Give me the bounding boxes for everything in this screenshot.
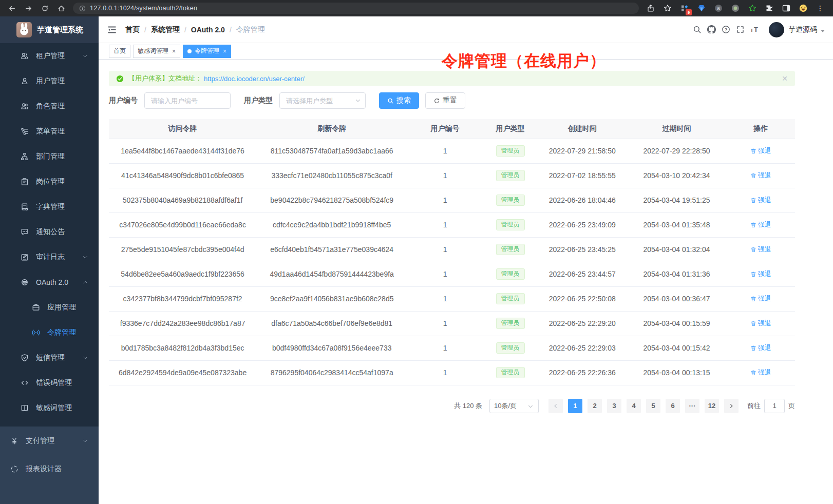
breadcrumb-item[interactable]: 系统管理 (151, 25, 180, 34)
page-size-select[interactable]: 10条/页 (489, 399, 539, 413)
sidebar-item[interactable]: 角色管理 (0, 93, 99, 119)
side-panel-icon[interactable] (782, 4, 791, 13)
sidebar-item[interactable]: 应用管理 (0, 295, 99, 320)
sidebar-item[interactable]: 敏感词管理 (0, 395, 99, 420)
user-type-badge: 管理员 (496, 293, 525, 304)
breadcrumb-item[interactable]: OAuth 2.0 (191, 26, 225, 34)
bookmark-star-icon[interactable] (663, 4, 672, 13)
table-row: f9336e7c7dd242a283ee98dc86b17a87dfa6c71a… (109, 311, 795, 336)
chevron-down-icon (82, 254, 88, 260)
search-button[interactable]: 搜索 (379, 92, 419, 109)
alert-close-icon[interactable]: ✕ (782, 74, 788, 83)
cell-time: 2022-07-29 21:58:50 (538, 139, 627, 163)
share-icon[interactable] (646, 4, 655, 13)
sidebar-item-label: 报表设计器 (26, 464, 62, 474)
sidebar-item[interactable]: 短信管理 (0, 345, 99, 370)
app-logo[interactable]: 芋道管理系统 (0, 16, 99, 43)
tab-item[interactable]: 首页 (109, 45, 130, 58)
cell: 1 (407, 311, 483, 336)
user-id-label: 用户编号 (109, 96, 138, 105)
hamburger-icon[interactable] (107, 25, 117, 35)
breadcrumb-separator: / (144, 26, 146, 34)
force-logout-button[interactable]: 强退 (750, 171, 771, 180)
star-extension-icon[interactable] (748, 4, 757, 13)
browser-home-icon[interactable] (54, 2, 68, 15)
force-logout-button[interactable]: 强退 (750, 196, 771, 205)
gem-extension-icon[interactable] (697, 4, 706, 13)
page-button[interactable]: 5 (646, 399, 660, 413)
sidebar-item[interactable]: 部门管理 (0, 144, 99, 169)
chevron-down-icon (82, 355, 88, 361)
report-icon (10, 465, 18, 473)
sidebar-item[interactable]: 菜单管理 (0, 119, 99, 144)
column-header: 操作 (726, 119, 795, 139)
reset-button[interactable]: 重置 (425, 92, 465, 109)
tab-close-icon[interactable]: × (223, 48, 226, 54)
tab-close-icon[interactable]: × (172, 48, 176, 54)
page-button[interactable]: 6 (666, 399, 680, 413)
sidebar-item[interactable]: OAuth 2.0 (0, 269, 99, 295)
page-button[interactable]: 3 (607, 399, 621, 413)
page-button[interactable]: 4 (627, 399, 641, 413)
sidebar-item[interactable]: 审计日志 (0, 244, 99, 269)
force-logout-button[interactable]: 强退 (750, 269, 771, 279)
breadcrumb-item[interactable]: 首页 (125, 25, 140, 34)
page-button[interactable]: 12 (705, 399, 719, 413)
goto-page-input[interactable] (764, 399, 785, 413)
browser-reload-icon[interactable] (38, 2, 51, 15)
github-icon[interactable] (704, 23, 718, 37)
browser-menu-icon[interactable]: ⋮ (816, 4, 825, 13)
force-logout-button[interactable]: 强退 (750, 245, 771, 254)
next-page-button[interactable] (724, 399, 739, 413)
force-logout-button[interactable]: 强退 (750, 319, 771, 328)
sidebar-root-menu: 支付管理报表设计器 (0, 427, 99, 483)
extension-grid-icon[interactable]: 9 (680, 4, 689, 13)
cell-actions: 强退 (726, 336, 795, 360)
alert-doc-link[interactable]: https://doc.iocoder.cn/user-center/ (204, 75, 305, 83)
browser-forward-icon[interactable] (22, 2, 35, 15)
cell: dfa6c71a50a54c66bef706ef9e6e8d81 (256, 311, 407, 336)
fullscreen-icon[interactable] (733, 23, 747, 37)
tab-item[interactable]: 敏感词管理× (133, 45, 180, 58)
force-logout-button[interactable]: 强退 (750, 220, 771, 229)
chevron-down-icon (82, 53, 88, 59)
address-bar[interactable]: 127.0.0.1:1024/system/oauth2/token (73, 3, 639, 14)
cell-time: 2022-06-25 23:44:57 (538, 262, 627, 286)
user-avatar[interactable] (769, 22, 784, 37)
profile-avatar-icon[interactable] (799, 4, 808, 13)
prev-page-button[interactable] (548, 399, 563, 413)
sidebar-item[interactable]: 租户管理 (0, 43, 99, 68)
force-logout-button[interactable]: 强退 (750, 294, 771, 303)
search-icon[interactable] (690, 23, 704, 37)
sidebar-item[interactable]: 岗位管理 (0, 169, 99, 194)
user-id-input[interactable] (144, 92, 231, 109)
sidebar-item[interactable]: 报表设计器 (0, 455, 99, 483)
extensions-puzzle-icon[interactable] (765, 4, 774, 13)
table-row: 54d6be82ee5a460a9aedc1f9bf22365649d1aa46… (109, 262, 795, 286)
sidebar-item[interactable]: 令牌管理 (0, 320, 99, 345)
command-extension-icon[interactable]: ⌘ (714, 4, 723, 13)
user-menu-caret-icon[interactable] (821, 30, 825, 32)
sidebar-item[interactable]: 通知公告 (0, 219, 99, 244)
sidebar-item[interactable]: 用户管理 (0, 68, 99, 93)
page-button[interactable]: 2 (588, 399, 602, 413)
user-type-select-input[interactable] (279, 92, 366, 109)
sidebar-item-label: 短信管理 (36, 353, 65, 362)
tab-active[interactable]: 令牌管理× (183, 45, 231, 58)
site-info-icon[interactable] (79, 5, 86, 12)
sidebar-item[interactable]: 字典管理 (0, 194, 99, 219)
help-icon[interactable]: ? (718, 23, 733, 37)
sidebar-item-label: OAuth 2.0 (36, 278, 68, 286)
browser-back-icon[interactable] (5, 2, 18, 15)
sidebar-item[interactable]: 支付管理 (0, 427, 99, 455)
username[interactable]: 芋道源码 (788, 25, 817, 34)
force-logout-button[interactable]: 强退 (750, 343, 771, 353)
force-logout-button[interactable]: 强退 (750, 368, 771, 377)
page-ellipsis[interactable]: ··· (685, 399, 699, 413)
force-logout-button[interactable]: 强退 (750, 146, 771, 156)
record-extension-icon[interactable] (731, 4, 740, 13)
sidebar-item[interactable]: 错误码管理 (0, 370, 99, 395)
page-button[interactable]: 1 (568, 399, 582, 413)
font-size-icon[interactable]: TT (747, 23, 762, 37)
user-type-select[interactable] (279, 92, 366, 109)
